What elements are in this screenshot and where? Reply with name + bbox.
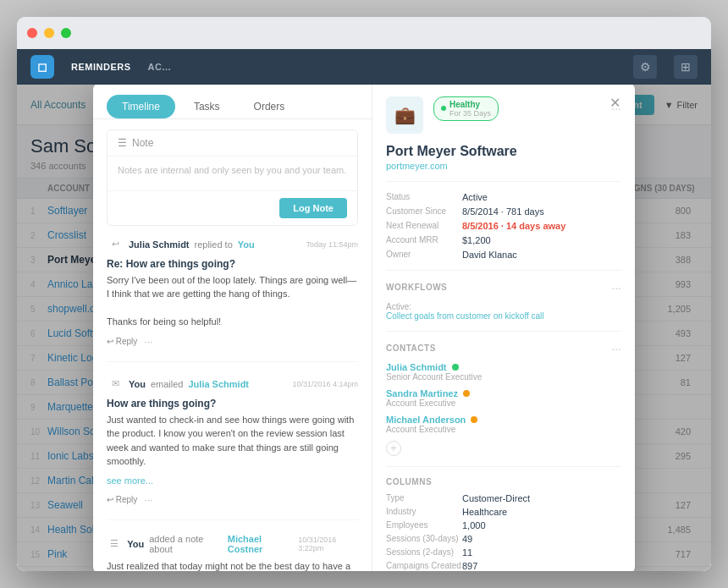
column-row: Campaigns Created 897 [386, 561, 621, 571]
entry-footer-1: ↩ Reply ··· [107, 336, 358, 348]
company-header: 💼 Healthy For 35 Days ·· [386, 96, 621, 134]
tab-tasks[interactable]: Tasks [179, 95, 235, 118]
entry-target-3: Michael Costner [228, 534, 294, 554]
see-more-link-2[interactable]: see more... [107, 475, 153, 486]
timeline-entry-3: ☰ You added a note about Michael Costner… [107, 534, 358, 572]
app-header: ◻ REMINDERS AC... ⚙ ⊞ [17, 49, 711, 85]
workflows-dots[interactable]: ··· [611, 281, 621, 294]
modal-right-panel: 💼 Healthy For 35 Days ·· [372, 85, 635, 571]
add-contact-button[interactable]: + [386, 441, 401, 456]
column-row: Industry Healthcare [386, 507, 621, 517]
col-label: Sessions (30-days) [386, 534, 462, 544]
fullscreen-traffic-light[interactable] [61, 28, 71, 38]
col-value: Healthcare [462, 507, 507, 517]
columns-title: COLUMNS [386, 477, 432, 486]
titlebar [17, 17, 711, 49]
col-label: Sessions (2-days) [386, 547, 462, 558]
column-row: Sessions (30-days) 49 [386, 534, 621, 544]
entry-subject-2: How are things going? [107, 398, 358, 409]
contact-role: Senior Account Executive [386, 372, 621, 382]
grid-icon[interactable]: ⊞ [674, 55, 698, 79]
contact-name[interactable]: Sandra Martinez [386, 388, 621, 398]
settings-icon[interactable]: ⚙ [633, 55, 657, 79]
divider-3 [386, 331, 621, 332]
close-traffic-light[interactable] [27, 28, 37, 38]
note-input[interactable]: Notes are internal and only seen by you … [108, 157, 357, 190]
column-row: Employees 1,000 [386, 520, 621, 530]
workflows-title: WORKFLOWS [386, 283, 447, 292]
contact-name[interactable]: Michael Anderson [386, 415, 621, 425]
entry-subject-1: Re: How are things going? [107, 258, 358, 270]
email-icon: ✉ [107, 376, 124, 393]
modal-left-panel: Timeline Tasks Orders ☰ Note Notes are i… [93, 85, 372, 571]
contacts-section-header: CONTACTS ··· [386, 342, 621, 355]
workflow-text: Collect goals from customer on kickoff c… [386, 311, 621, 321]
contact-status-dot [463, 390, 470, 397]
contact-status-dot [471, 416, 477, 423]
col-label: Industry [386, 507, 462, 517]
contacts-dots[interactable]: ··· [611, 342, 621, 355]
entry-date-1: Today 11:54pm [306, 240, 358, 249]
column-row: Sessions (2-days) 11 [386, 547, 621, 558]
entry-meta-1: ↩ Julia Schmidt replied to You Today 11:… [107, 236, 358, 253]
mrr-label: Account MRR [386, 235, 462, 245]
workflows-section-header: WORKFLOWS ··· [386, 281, 621, 294]
contacts-title: CONTACTS [386, 343, 436, 353]
modal-dialog: ✕ Timeline Tasks Orders ☰ Note [93, 85, 635, 571]
minimize-traffic-light[interactable] [44, 28, 54, 38]
note-icon-3: ☰ [107, 536, 122, 552]
timeline-entry-2: ✉ You emailed Julia Schmidt 10/31/2016 4… [107, 376, 358, 520]
health-dot [441, 106, 446, 111]
close-button[interactable]: ✕ [604, 93, 625, 113]
log-note-button[interactable]: Log Note [279, 198, 347, 218]
entry-target-2: Julia Schmidt [189, 379, 250, 389]
tab-orders[interactable]: Orders [239, 95, 301, 118]
info-next-renewal: Next Renewal 8/5/2016 · 14 days away [386, 221, 621, 231]
next-renewal-value: 8/5/2016 · 14 days away [462, 221, 565, 231]
company-url[interactable]: portmeyer.com [386, 161, 621, 171]
company-icon: 💼 [386, 96, 423, 134]
health-label: Healthy [449, 100, 491, 109]
customer-since-value: 8/5/2014 · 781 days [462, 206, 544, 217]
col-label: Type [386, 493, 462, 503]
divider-2 [386, 270, 621, 271]
workflow-active-label: Active: [386, 301, 621, 311]
modal-overlay: ✕ Timeline Tasks Orders ☰ Note [17, 85, 711, 571]
entry-date-3: 10/31/2016 3:22pm [298, 536, 358, 552]
contact-name[interactable]: Julia Schmidt [386, 362, 621, 372]
app-window: ◻ REMINDERS AC... ⚙ ⊞ All Accounts › New… [17, 17, 711, 571]
status-value: Active [462, 192, 488, 202]
reply-button-2[interactable]: ↩ Reply [107, 495, 137, 504]
nav-reminders[interactable]: REMINDERS [71, 62, 131, 72]
info-status: Status Active [386, 192, 621, 202]
more-button-2[interactable]: ··· [144, 494, 152, 506]
nav-ac[interactable]: AC... [148, 62, 172, 72]
health-sub: For 35 Days [449, 109, 491, 118]
company-name: Port Meyer Software [386, 144, 621, 159]
timeline-body: ☰ Note Notes are internal and only seen … [93, 119, 372, 572]
entry-body-1: Sorry I've been out of the loop lately. … [107, 273, 358, 329]
info-customer-since: Customer Since 8/5/2014 · 781 days [386, 206, 621, 217]
note-composer: ☰ Note Notes are internal and only seen … [107, 129, 358, 226]
more-button-1[interactable]: ··· [144, 336, 152, 348]
tab-timeline[interactable]: Timeline [107, 95, 175, 118]
entry-body-2: Just wanted to check-in and see how thin… [107, 413, 358, 469]
info-owner: Owner David Klanac [386, 250, 621, 260]
health-badge: Healthy For 35 Days [433, 96, 499, 121]
col-value: 1,000 [462, 520, 486, 530]
columns-list: Type Customer-Direct Industry Healthcare… [386, 493, 621, 572]
owner-label: Owner [386, 250, 462, 259]
app-logo[interactable]: ◻ [30, 55, 54, 79]
status-label: Status [386, 192, 462, 201]
note-composer-header: ☰ Note [108, 130, 357, 157]
owner-value: David Klanac [462, 250, 517, 260]
next-renewal-label: Next Renewal [386, 221, 462, 230]
reply-button-1[interactable]: ↩ Reply [107, 337, 137, 346]
note-label: Note [132, 137, 153, 149]
contact-item: Sandra Martinez Account Executive [386, 388, 621, 408]
info-mrr: Account MRR $1,200 [386, 235, 621, 245]
col-value: 11 [462, 547, 472, 558]
contact-item: Julia Schmidt Senior Account Executive [386, 362, 621, 382]
col-value: 897 [462, 561, 477, 571]
contact-role: Account Executive [386, 425, 621, 434]
